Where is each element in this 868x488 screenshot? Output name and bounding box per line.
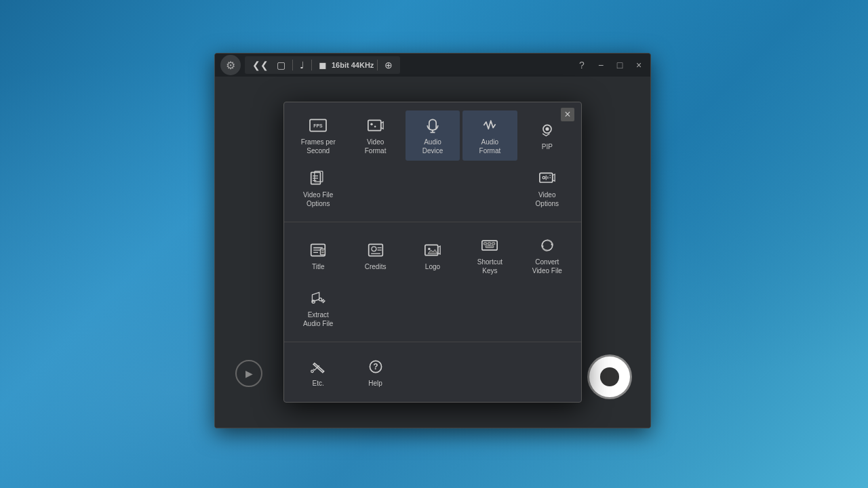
audio-format-label: AudioFormat xyxy=(479,138,501,155)
menu-item-title[interactable]: Title xyxy=(291,230,345,281)
overlay-menu: × FPS Frames perSecond xyxy=(283,102,582,403)
svg-rect-33 xyxy=(492,243,495,245)
toolbar: ❮❮ ▢ ♩ ◼ 16bit 44KHz ⊕ xyxy=(245,56,400,74)
svg-point-4 xyxy=(374,125,376,127)
title-bar-left: ⚙ ❮❮ ▢ ♩ ◼ 16bit 44KHz ⊕ xyxy=(220,55,400,75)
etc-label: Etc. xyxy=(313,379,324,388)
maximize-button[interactable]: □ xyxy=(614,60,626,70)
menu-item-shortcut-keys[interactable]: ShortcutKeys xyxy=(462,230,517,281)
convert-video-file-label: ConvertVideo File xyxy=(532,258,562,275)
svg-point-8 xyxy=(545,127,549,130)
video-file-options-label: Video FileOptions xyxy=(303,190,333,208)
audio-format-icon xyxy=(477,116,502,135)
credits-icon xyxy=(363,241,388,260)
menu-close-button[interactable]: × xyxy=(561,108,574,121)
close-button[interactable]: × xyxy=(633,60,645,70)
title-label: Title xyxy=(312,262,325,271)
svg-text:?: ? xyxy=(373,362,378,371)
music-icon[interactable]: ♩ xyxy=(296,58,308,72)
svg-point-15 xyxy=(542,176,545,178)
video-format-icon xyxy=(363,116,388,135)
svg-point-24 xyxy=(372,246,376,251)
fps-icon: FPS xyxy=(306,116,330,135)
help-button[interactable]: ? xyxy=(576,60,588,70)
title-bar: ⚙ ❮❮ ▢ ♩ ◼ 16bit 44KHz ⊕ ? − □ × xyxy=(215,54,650,77)
menu-item-logo[interactable]: Logo xyxy=(406,230,460,281)
bitrate-label: 16bit 44KHz xyxy=(332,61,374,69)
folder-icon[interactable]: ▢ xyxy=(273,58,289,72)
menu-item-video-file-options[interactable]: Video FileOptions xyxy=(291,163,345,214)
play-icon: ▶ xyxy=(245,368,253,379)
svg-point-37 xyxy=(319,298,321,301)
svg-text:FPS: FPS xyxy=(314,123,323,128)
menu-item-extract-audio-file[interactable]: ExtractAudio File xyxy=(291,283,345,333)
menu-grid-2: Title Credits xyxy=(291,230,574,281)
audio-device-icon xyxy=(420,116,445,135)
chevron-left-icon[interactable]: ❮❮ xyxy=(249,58,272,72)
title-icon xyxy=(306,241,330,260)
video-format-label: VideoFormat xyxy=(365,138,387,155)
video-file-options-icon xyxy=(306,169,330,188)
help-icon: ? xyxy=(363,357,388,376)
extract-audio-file-icon xyxy=(306,289,330,308)
menu-section-3: Etc. ? Help xyxy=(284,342,581,402)
menu-item-credits[interactable]: Credits xyxy=(348,230,402,281)
app-content: ! HELP liteCam ▶ × xyxy=(215,77,650,428)
svg-point-29 xyxy=(428,247,430,249)
fps-label: Frames perSecond xyxy=(301,138,336,155)
svg-point-38 xyxy=(311,370,313,372)
shortcut-keys-label: ShortcutKeys xyxy=(477,258,502,275)
svg-rect-20 xyxy=(321,249,326,255)
menu-section-2: Title Credits xyxy=(284,222,581,342)
menu-item-help[interactable]: ? Help xyxy=(348,350,402,394)
menu-item-video-format[interactable]: VideoFormat xyxy=(348,110,402,161)
audio-icon[interactable]: ◼ xyxy=(315,58,330,72)
menu-item-frames-per-second[interactable]: FPS Frames perSecond xyxy=(291,110,345,161)
menu-grid-1: FPS Frames perSecond xyxy=(291,110,574,161)
svg-rect-34 xyxy=(486,246,494,248)
menu-item-video-options[interactable]: VideoOptions xyxy=(520,163,574,214)
svg-rect-31 xyxy=(484,243,487,245)
convert-video-file-icon xyxy=(535,236,559,255)
logo-label: Logo xyxy=(425,262,440,271)
menu-item-audio-format[interactable]: AudioFormat xyxy=(462,110,517,161)
menu-section-1: FPS Frames perSecond xyxy=(284,102,581,222)
app-window: ⚙ ❮❮ ▢ ♩ ◼ 16bit 44KHz ⊕ ? − □ × xyxy=(214,53,651,428)
shortcut-keys-icon xyxy=(477,236,502,255)
title-bar-right: ? − □ × xyxy=(576,60,645,70)
gear-button[interactable]: ⚙ xyxy=(220,55,241,75)
extract-audio-file-label: ExtractAudio File xyxy=(303,310,333,328)
play-button[interactable]: ▶ xyxy=(235,360,262,387)
minimize-button[interactable]: − xyxy=(595,60,607,70)
record-button[interactable] xyxy=(589,357,630,397)
pip-label: PIP xyxy=(542,142,553,151)
video-options-label: VideoOptions xyxy=(536,190,559,208)
logo-icon xyxy=(420,241,445,260)
svg-point-3 xyxy=(370,123,372,125)
help-menu-label: Help xyxy=(368,379,382,388)
svg-rect-30 xyxy=(482,241,497,250)
etc-icon xyxy=(306,357,330,376)
settings-icon[interactable]: ⊕ xyxy=(381,58,396,72)
pip-icon xyxy=(535,121,559,140)
divider2 xyxy=(311,60,312,70)
svg-rect-32 xyxy=(488,243,491,245)
divider xyxy=(292,60,293,70)
menu-item-convert-video-file[interactable]: ConvertVideo File xyxy=(520,230,574,281)
divider3 xyxy=(377,60,378,70)
menu-item-audio-device[interactable]: AudioDevice xyxy=(406,110,460,161)
video-options-icon xyxy=(535,169,559,188)
svg-rect-2 xyxy=(368,120,380,130)
menu-item-etc[interactable]: Etc. xyxy=(291,350,345,394)
record-inner xyxy=(600,367,619,386)
audio-device-label: AudioDevice xyxy=(422,138,443,155)
credits-label: Credits xyxy=(365,262,387,271)
